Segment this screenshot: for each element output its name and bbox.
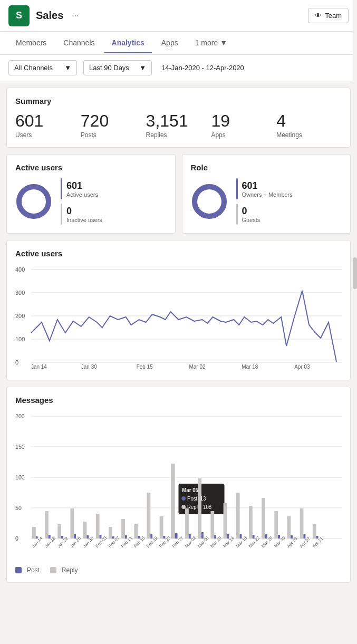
stat-meetings-value: 4 — [276, 112, 342, 130]
active-legend-text: 601 Active users — [66, 180, 98, 198]
stat-meetings: 4 Meetings — [276, 112, 342, 139]
reply-legend-dot — [50, 567, 56, 573]
svg-rect-80 — [313, 524, 316, 539]
stat-replies-value: 3,151 — [146, 112, 211, 130]
team-name: Sales — [36, 9, 63, 22]
inactive-divider — [61, 204, 62, 225]
svg-rect-78 — [300, 508, 304, 539]
reply-legend-item: Reply — [50, 565, 78, 574]
svg-text:50: 50 — [15, 505, 22, 511]
tab-members[interactable]: Members — [8, 33, 54, 53]
inactive-users-value: 0 — [66, 206, 102, 217]
svg-rect-36 — [70, 508, 74, 539]
svg-text:100: 100 — [15, 474, 25, 480]
svg-rect-48 — [147, 493, 151, 539]
svg-rect-66 — [224, 503, 227, 539]
tab-more-label: 1 more — [195, 39, 218, 47]
stat-posts-label: Posts — [81, 131, 146, 139]
summary-card: Summary 601 Users 720 Posts 3,151 Replie… — [6, 88, 351, 148]
guests-legend-text: 0 Guests — [242, 206, 260, 223]
svg-rect-34 — [57, 524, 61, 539]
inactive-users-label: Inactive users — [66, 217, 102, 223]
active-users-donut — [15, 183, 52, 220]
tab-analytics[interactable]: Analytics — [104, 33, 152, 53]
channel-chevron-icon: ▼ — [64, 64, 71, 72]
tab-apps[interactable]: Apps — [154, 33, 186, 53]
svg-point-1 — [19, 187, 49, 216]
line-chart-area: 400 300 200 100 0 Jan 14 Jan 30 Feb 15 M… — [15, 264, 342, 371]
owners-divider — [236, 178, 238, 199]
svg-text:Feb 15: Feb 15 — [137, 364, 153, 370]
owners-label: Owners + Members — [242, 191, 293, 198]
svg-rect-74 — [274, 511, 278, 539]
svg-text:Jan 30: Jan 30 — [81, 364, 97, 370]
line-chart-svg: 400 300 200 100 0 Jan 14 Jan 30 Feb 15 M… — [15, 264, 342, 370]
svg-text:Apr 03: Apr 03 — [294, 364, 310, 370]
active-users-card: Active users 601 Active users — [6, 154, 176, 234]
main-content: Summary 601 Users 720 Posts 3,151 Replie… — [0, 81, 357, 589]
svg-rect-64 — [210, 511, 214, 539]
header: S Sales ··· 👁 Team — [0, 0, 357, 32]
svg-text:400: 400 — [15, 266, 25, 273]
svg-rect-44 — [121, 519, 125, 539]
svg-text:300: 300 — [15, 290, 25, 296]
period-filter-label: Last 90 Days — [89, 64, 129, 72]
tab-more[interactable]: 1 more ▼ — [188, 33, 235, 53]
svg-text:150: 150 — [15, 444, 25, 450]
summary-title: Summary — [15, 97, 342, 105]
header-left: S Sales ··· — [8, 5, 79, 26]
ellipsis-menu[interactable]: ··· — [72, 11, 79, 21]
stat-posts: 720 Posts — [81, 112, 146, 139]
stat-apps-value: 19 — [211, 112, 276, 130]
summary-stats: 601 Users 720 Posts 3,151 Replies 19 App… — [15, 112, 342, 139]
role-legend: 601 Owners + Members 0 Guests — [236, 178, 293, 225]
channel-filter-label: All Channels — [14, 64, 53, 72]
reply-legend-label: Reply — [62, 566, 78, 574]
svg-rect-42 — [109, 527, 112, 539]
svg-rect-60 — [185, 508, 189, 539]
active-divider — [61, 178, 62, 199]
post-legend-item: Post — [15, 565, 40, 574]
period-chevron-icon: ▼ — [139, 64, 146, 72]
svg-rect-68 — [236, 493, 240, 539]
team-button[interactable]: 👁 Team — [308, 8, 349, 23]
team-button-label: Team — [325, 12, 342, 20]
scrollbar[interactable] — [353, 0, 357, 644]
svg-text:0: 0 — [15, 535, 18, 542]
inactive-legend-item: 0 Inactive users — [61, 204, 102, 225]
role-donut — [191, 183, 228, 220]
tab-channels[interactable]: Channels — [56, 33, 102, 53]
svg-text:Mar 05: Mar 05 — [182, 487, 198, 493]
eye-icon: 👁 — [315, 12, 322, 20]
svg-text:Jan 14: Jan 14 — [31, 364, 47, 370]
owners-legend-item: 601 Owners + Members — [236, 178, 293, 199]
guests-legend-item: 0 Guests — [236, 204, 293, 225]
svg-point-58 — [181, 505, 186, 509]
stat-users-label: Users — [15, 131, 81, 139]
line-chart-title: Active users — [15, 249, 342, 258]
svg-rect-70 — [249, 506, 253, 539]
svg-point-3 — [195, 187, 224, 216]
scrollbar-thumb[interactable] — [353, 257, 357, 289]
svg-point-56 — [181, 496, 186, 501]
svg-rect-62 — [198, 478, 201, 539]
svg-text:200: 200 — [15, 413, 25, 419]
svg-rect-32 — [45, 511, 49, 539]
svg-text:Mar 18: Mar 18 — [242, 364, 258, 370]
svg-text:100: 100 — [15, 336, 25, 342]
bar-chart-area: 200 150 100 50 0 — [15, 411, 342, 560]
stat-apps-label: Apps — [211, 131, 276, 139]
channel-filter[interactable]: All Channels ▼ — [8, 60, 77, 75]
role-content: 601 Owners + Members 0 Guests — [191, 178, 342, 225]
svg-rect-46 — [134, 524, 138, 539]
stat-meetings-label: Meetings — [276, 131, 342, 139]
svg-text:Post: 13: Post: 13 — [187, 496, 206, 502]
svg-text:Mar 02: Mar 02 — [189, 364, 205, 370]
stat-users-value: 601 — [15, 112, 81, 130]
role-title: Role — [191, 163, 342, 172]
stat-replies-label: Replies — [146, 131, 211, 139]
bar-chart-svg: 200 150 100 50 0 — [15, 411, 342, 559]
period-filter[interactable]: Last 90 Days ▼ — [83, 60, 152, 75]
svg-text:0: 0 — [15, 359, 18, 366]
active-users-content: 601 Active users 0 Inactive users — [15, 178, 167, 225]
